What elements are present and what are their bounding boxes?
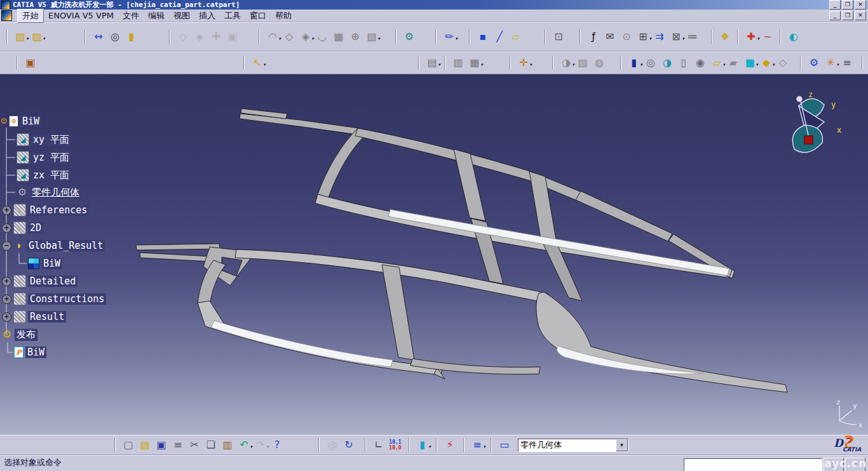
tree-item-发布[interactable]: ⚙发布 bbox=[1, 327, 37, 342]
tree-item-label[interactable]: yz 平面 bbox=[31, 152, 71, 164]
tree-item-biw[interactable]: BiW bbox=[28, 256, 62, 271]
tree-item-label[interactable]: BiW bbox=[20, 116, 41, 127]
measure-between-icon[interactable]: ↔ bbox=[90, 29, 107, 44]
menu-item-2[interactable]: ENOVIA V5 VPM bbox=[44, 10, 118, 21]
specifications-overview-icon[interactable]: ≡▾ bbox=[469, 437, 485, 453]
thick-surface-icon[interactable]: ◇ bbox=[775, 55, 791, 70]
mapping-icon[interactable]: ◍ bbox=[591, 55, 607, 70]
sew-surface-icon[interactable]: ◆▾ bbox=[758, 55, 775, 70]
reorder-tree-icon[interactable]: ≡ bbox=[839, 55, 855, 70]
paste-special-icon[interactable]: ▣ bbox=[22, 55, 39, 70]
mean-dimensions-icon[interactable]: ✳▾ bbox=[822, 55, 839, 70]
shape-morphing-icon[interactable]: ▦ bbox=[330, 29, 347, 44]
tree-item-label[interactable]: BiW bbox=[41, 258, 62, 269]
expand-icon[interactable]: + bbox=[2, 206, 11, 215]
knowledge-book-icon[interactable]: ▭ bbox=[496, 437, 513, 453]
design-table-icon[interactable]: ⊞▾ bbox=[635, 29, 651, 44]
tree-item-label[interactable]: Detailed bbox=[28, 275, 78, 287]
join-icon[interactable]: ❖ bbox=[717, 29, 733, 44]
multi-section-surface-icon[interactable]: ◈▾ bbox=[297, 29, 314, 44]
formula-icon[interactable]: ƒ bbox=[585, 29, 602, 44]
menu-item-1[interactable]: 开始 bbox=[17, 9, 44, 23]
developed-shape-icon[interactable]: ▧▾ bbox=[363, 29, 380, 44]
axes-icon[interactable]: ∟ bbox=[370, 437, 387, 453]
doc-minimize-button[interactable]: _ bbox=[829, 11, 841, 20]
planes-visualization-icon[interactable]: ▥ bbox=[450, 55, 466, 70]
untrim-icon[interactable]: ◐ bbox=[785, 29, 802, 44]
axis-system-icon[interactable]: ✛▾ bbox=[515, 55, 532, 70]
relations-icon[interactable]: ⇉ bbox=[651, 29, 668, 44]
restore-button[interactable]: ❐ bbox=[842, 0, 853, 10]
light-sphere-icon[interactable]: ◑▾ bbox=[558, 55, 574, 70]
tree-item-biw[interactable]: PBiW bbox=[14, 345, 46, 360]
variable-offset-icon[interactable]: ▰ bbox=[725, 55, 742, 70]
point-icon[interactable]: ▪ bbox=[475, 29, 491, 44]
minimize-button[interactable]: _ bbox=[829, 0, 841, 10]
close-surface-icon[interactable]: ■▾ bbox=[742, 55, 758, 70]
line-icon[interactable]: ╱ bbox=[491, 29, 508, 44]
check-icon[interactable]: ⊙ bbox=[618, 29, 635, 44]
expand-icon[interactable]: + bbox=[2, 312, 11, 322]
tree-item-constructions[interactable]: +◗Constructions bbox=[2, 291, 106, 307]
tree-item-label[interactable]: 2D bbox=[28, 222, 43, 234]
isophotes-icon[interactable]: ▨ bbox=[574, 55, 591, 70]
tree-item-label[interactable]: BiW bbox=[25, 347, 46, 358]
equivalent-dimensions-icon[interactable]: ≔ bbox=[684, 29, 701, 44]
paste-icon[interactable]: ▥ bbox=[219, 437, 236, 453]
sphere-volume-icon[interactable]: ◑ bbox=[659, 55, 675, 70]
expand-icon[interactable]: + bbox=[2, 223, 11, 233]
tree-item-detailed[interactable]: +◗Detailed bbox=[2, 274, 78, 289]
print-icon[interactable]: ≡ bbox=[170, 437, 186, 453]
menu-item-4[interactable]: 编辑 bbox=[144, 10, 169, 22]
select-icon[interactable]: ↖▾ bbox=[249, 55, 266, 70]
status-tool-button-2[interactable]: ⊙ bbox=[845, 458, 865, 471]
comment-icon[interactable]: ✉ bbox=[602, 29, 618, 44]
menu-item-8[interactable]: 窗口 bbox=[245, 10, 271, 22]
offset-surface-icon[interactable]: ▱▾ bbox=[709, 55, 725, 70]
revolve-icon[interactable]: ◎ bbox=[642, 55, 659, 70]
tree-item-references[interactable]: +◗References bbox=[2, 202, 89, 218]
fill-surface-icon[interactable]: ◇ bbox=[281, 29, 297, 44]
tree-item-label[interactable]: 零件几何体 bbox=[30, 187, 81, 199]
status-tool-button-1[interactable]: ⊡ bbox=[824, 458, 844, 471]
plane-icon[interactable]: ▱ bbox=[508, 29, 524, 44]
power-input-field[interactable] bbox=[684, 458, 822, 471]
tree-item-label[interactable]: Result bbox=[28, 311, 66, 322]
tree-item-零件几何体[interactable]: ⚙零件几何体 bbox=[17, 185, 81, 200]
workbench-catalog-icon[interactable]: ▧▾ bbox=[12, 29, 29, 44]
interrupt-icon[interactable]: ⚡ bbox=[442, 437, 458, 453]
open-icon[interactable]: ▤ bbox=[137, 437, 153, 453]
work-grid-icon[interactable]: ▦▾ bbox=[466, 55, 483, 70]
open-catalog-icon[interactable]: ▨▾ bbox=[29, 29, 45, 44]
menu-item-9[interactable]: 帮助 bbox=[271, 10, 296, 22]
tree-item-label[interactable]: 发布 bbox=[15, 329, 37, 341]
blend-surface-icon[interactable]: ◡ bbox=[314, 29, 330, 44]
menu-item-7[interactable]: 工具 bbox=[220, 10, 245, 22]
tree-item-global-result[interactable]: −◗Global_Result bbox=[2, 238, 105, 253]
extrude-icon[interactable]: ▮▾ bbox=[626, 55, 642, 70]
measure-inertia-icon[interactable]: ▮ bbox=[123, 29, 140, 44]
doc-restore-button[interactable]: ❐ bbox=[842, 11, 853, 20]
menu-item-3[interactable]: 文件 bbox=[118, 10, 144, 22]
menu-item-6[interactable]: 插入 bbox=[194, 10, 220, 22]
menu-item-5[interactable]: 视图 bbox=[169, 10, 194, 22]
geometrical-set-icon[interactable]: ▤▾ bbox=[424, 55, 440, 70]
snap-to-point-icon[interactable]: 10,110,0 bbox=[387, 437, 403, 453]
healing-icon[interactable]: ✚▾ bbox=[743, 29, 759, 44]
new-document-icon[interactable]: ▢ bbox=[120, 437, 137, 453]
sketcher-icon[interactable]: ✏▾ bbox=[441, 29, 458, 44]
tree-item-result[interactable]: +◗Result bbox=[2, 309, 66, 324]
tree-item-label[interactable]: zx 平面 bbox=[31, 169, 71, 182]
cut-icon[interactable]: ✂ bbox=[186, 437, 203, 453]
tree-item-xy-平面[interactable]: ◢xy 平面 bbox=[17, 132, 71, 147]
compass-origin-handle[interactable] bbox=[804, 136, 813, 144]
undo-icon[interactable]: ↶▾ bbox=[236, 437, 252, 453]
lock-icon[interactable]: ⊠▾ bbox=[668, 29, 684, 44]
tree-item-yz-平面[interactable]: ◢yz 平面 bbox=[17, 150, 71, 165]
current-body-icon[interactable]: ▮▾ bbox=[414, 437, 431, 453]
tree-item-label[interactable]: References bbox=[28, 204, 89, 216]
manipulate-icon[interactable]: ↻ bbox=[341, 437, 357, 453]
curve-smooth-icon[interactable]: ~ bbox=[759, 29, 776, 44]
tree-item-label[interactable]: Global_Result bbox=[27, 240, 105, 251]
whats-this-icon[interactable]: ? bbox=[269, 437, 285, 453]
